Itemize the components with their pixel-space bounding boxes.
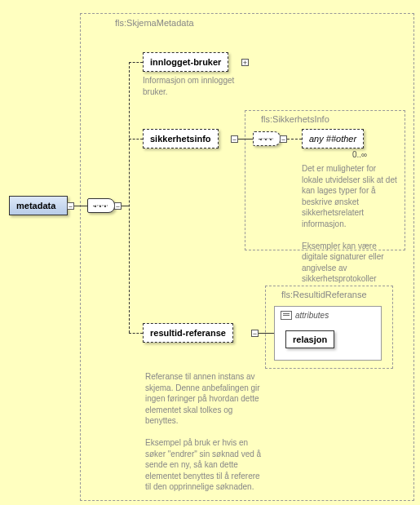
attributes-icon	[281, 311, 292, 320]
any-other-label: any ##other	[309, 134, 356, 144]
connector	[122, 206, 129, 206]
attributes-label: attributes	[295, 311, 329, 320]
resultid-referanse-label: resultid-referanse	[150, 328, 226, 338]
sikkerhetsinfo-seq-collapse[interactable]	[280, 135, 287, 143]
sequence-icon	[87, 198, 115, 213]
relasjon-node[interactable]: relasjon	[285, 330, 334, 348]
any-other-node[interactable]: any ##other	[302, 129, 364, 148]
innlogget-bruker-expand[interactable]	[241, 59, 249, 66]
connector	[129, 62, 130, 333]
sikkerhetsinfo-desc: Det er muligheter for lokale utvidelser …	[302, 163, 400, 285]
connector	[238, 139, 253, 140]
innlogget-bruker-node[interactable]: innlogget-bruker	[143, 52, 228, 72]
attributes-header: attributes	[281, 311, 329, 320]
connector	[129, 139, 143, 140]
connector	[287, 139, 302, 140]
connector	[129, 333, 143, 334]
sikkerhetsinfo-collapse[interactable]	[231, 135, 238, 143]
resultid-referanse-node[interactable]: resultid-referanse	[143, 323, 233, 343]
innlogget-bruker-label: innlogget-bruker	[150, 57, 221, 67]
connector	[259, 333, 274, 334]
metadata-collapse[interactable]	[67, 202, 74, 210]
resultid-referanse-collapse[interactable]	[251, 330, 259, 337]
metadata-label: metadata	[16, 201, 55, 210]
any-other-cardinality: 0..∞	[352, 150, 367, 159]
resultid-referanse-type-label: fls:ResultidReferanse	[281, 290, 367, 299]
connector	[74, 206, 87, 206]
relasjon-label: relasjon	[293, 334, 327, 344]
sikkerhetsinfo-label: sikkerhetsinfo	[150, 134, 211, 144]
sikkerhetsinfo-node[interactable]: sikkerhetsinfo	[143, 129, 219, 148]
skjema-metadata-label: fls:SkjemaMetadata	[115, 18, 194, 28]
resultid-referanse-desc: Referanse til annen instans av skjema. D…	[145, 371, 267, 493]
innlogget-bruker-desc: Informasjon om innlogget bruker.	[143, 75, 249, 97]
connector	[129, 62, 143, 63]
sequence-collapse[interactable]	[114, 202, 122, 210]
sikkerhetsinfo-type-label: fls:SikkerhetsInfo	[261, 114, 329, 124]
sequence-icon	[253, 131, 281, 146]
metadata-node[interactable]: metadata	[9, 196, 68, 215]
